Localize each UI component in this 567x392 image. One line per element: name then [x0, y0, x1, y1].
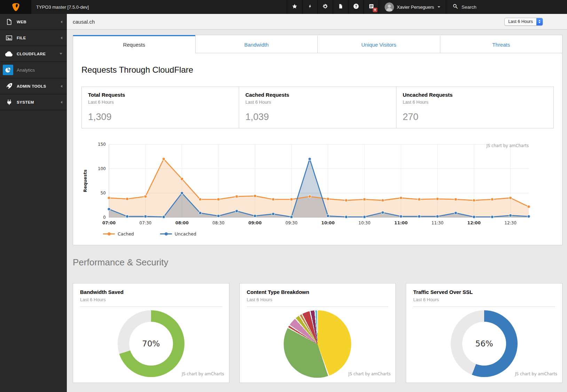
- legend-label: Cached: [118, 231, 134, 237]
- svg-text:08:30: 08:30: [212, 221, 225, 225]
- card-period: Last 6 Hours: [413, 297, 555, 302]
- performance-cards: Bandwidth Saved Last 6 Hours 70% JS char…: [73, 283, 562, 383]
- amcharts-credit: JS chart by amCharts: [348, 371, 391, 376]
- stat-title: Total Requests: [88, 92, 233, 98]
- svg-text:08:00: 08:00: [175, 221, 189, 225]
- bolt-icon: [308, 3, 313, 11]
- content-type-pie: [284, 310, 351, 378]
- sidebar-item-web[interactable]: WEB: [0, 14, 67, 30]
- stat-value: 1,309: [88, 112, 233, 122]
- legend-item-uncached[interactable]: Uncached: [160, 231, 196, 237]
- amcharts-credit: JS chart by amCharts: [182, 371, 224, 376]
- sidebar-item-analytics[interactable]: Analytics: [0, 62, 67, 78]
- image-icon: [5, 34, 14, 41]
- tab-requests[interactable]: Requests: [73, 35, 195, 53]
- chevron-left-icon: [61, 85, 62, 88]
- donut-percentage: 56%: [475, 339, 493, 348]
- sidebar-item-system[interactable]: SYSTEM: [0, 94, 67, 110]
- chevron-down-icon: [60, 53, 62, 55]
- donut-percentage: 70%: [142, 339, 160, 348]
- svg-text:50: 50: [101, 191, 106, 195]
- requests-chart: 05010015007:0007:3008:0008:3009:0009:301…: [81, 141, 537, 229]
- time-range-select[interactable]: Last 6 Hours: [504, 18, 543, 26]
- chevron-down-icon: [438, 6, 440, 8]
- card-title: Content Type Breakdown: [247, 289, 389, 295]
- search-label: Search: [462, 5, 477, 10]
- content-type-card: Content Type Breakdown Last 6 Hours JS c…: [239, 283, 396, 383]
- help-icon: ?: [353, 3, 359, 11]
- stat-period: Last 6 Hours: [403, 99, 547, 105]
- svg-text:07:30: 07:30: [140, 221, 152, 225]
- stat-title: Uncached Requests: [403, 92, 547, 98]
- module-menu: WEB FILE CLOUDFLARE: [0, 14, 67, 392]
- svg-text:100: 100: [98, 166, 106, 171]
- star-icon: [292, 3, 298, 11]
- sidebar-item-label: FILE: [17, 36, 61, 40]
- svg-text:12:00: 12:00: [467, 221, 481, 225]
- time-range-value: Last 6 Hours: [505, 19, 536, 24]
- card-period: Last 6 Hours: [247, 297, 389, 302]
- requests-chart-area: 05010015007:0007:3008:0008:3009:0009:301…: [81, 141, 554, 237]
- document-button[interactable]: [333, 0, 348, 14]
- card-title: Bandwidth Saved: [80, 289, 222, 295]
- svg-text:09:00: 09:00: [248, 221, 261, 225]
- help-button[interactable]: ?: [348, 0, 363, 14]
- line-dot-swatch-icon: [160, 232, 172, 235]
- tab-threats[interactable]: Threats: [440, 35, 562, 53]
- analytics-panel: Requests Bandwidth Unique Visitors Threa…: [73, 35, 562, 245]
- ssl-traffic-donut: 56%: [451, 310, 518, 377]
- select-stepper-icon: [536, 18, 543, 25]
- sidebar-item-file[interactable]: FILE: [0, 30, 67, 46]
- page-title: causal.ch: [73, 19, 95, 25]
- cloud-icon: [5, 51, 14, 57]
- topbar: TYPO3 master [7.5.0-dev] ?: [0, 0, 567, 14]
- chart-legend: Cached Uncached: [81, 231, 554, 237]
- avatar: [385, 2, 394, 12]
- tab-bandwidth[interactable]: Bandwidth: [195, 35, 318, 53]
- document-icon: [338, 3, 343, 11]
- svg-text:Requests: Requests: [82, 169, 88, 192]
- chevron-left-icon: [61, 21, 62, 23]
- stats-row: Total Requests Last 6 Hours 1,309 Cached…: [81, 87, 554, 128]
- line-dot-swatch-icon: [103, 232, 115, 235]
- svg-text:10:00: 10:00: [321, 221, 334, 225]
- chevron-left-icon: [61, 101, 62, 104]
- svg-text:11:30: 11:30: [432, 221, 444, 225]
- svg-text:150: 150: [98, 142, 106, 147]
- sidebar-item-label: SYSTEM: [17, 100, 61, 104]
- sidebar-item-label: WEB: [17, 20, 61, 24]
- svg-text:09:30: 09:30: [285, 221, 298, 225]
- sidebar-item-cloudflare[interactable]: CLOUDFLARE: [0, 46, 67, 62]
- ssl-traffic-card: Traffic Served Over SSL Last 6 Hours 56%…: [406, 283, 562, 383]
- settings-button[interactable]: [317, 0, 333, 14]
- typo3-logo-icon: [11, 2, 21, 12]
- opendocs-badge: 9: [373, 8, 377, 12]
- user-menu[interactable]: Xavier Perseguers: [379, 0, 446, 14]
- legend-item-cached[interactable]: Cached: [103, 231, 134, 237]
- stat-period: Last 6 Hours: [88, 99, 233, 105]
- amcharts-credit: JS chart by amCharts: [515, 371, 557, 376]
- sidebar-item-admin-tools[interactable]: ADMIN TOOLS: [0, 78, 67, 94]
- doc-header: causal.ch Last 6 Hours: [67, 14, 567, 30]
- typo3-backend: TYPO3 master [7.5.0-dev] ?: [0, 0, 567, 392]
- sidebar-item-label: CLOUDFLARE: [17, 52, 60, 56]
- section-heading: Performance & Security: [73, 257, 562, 268]
- rocket-icon: [5, 82, 14, 90]
- svg-text:10:30: 10:30: [359, 221, 371, 225]
- svg-text:0: 0: [103, 215, 106, 220]
- stat-title: Cached Requests: [245, 92, 390, 98]
- sidebar-item-label: ADMIN TOOLS: [17, 84, 61, 88]
- plug-icon: [5, 98, 14, 106]
- clear-cache-button[interactable]: [302, 0, 317, 14]
- svg-text:07:00: 07:00: [102, 221, 116, 225]
- bookmark-button[interactable]: [287, 0, 302, 14]
- tab-unique-visitors[interactable]: Unique Visitors: [317, 35, 440, 53]
- search-bar[interactable]: Search: [446, 0, 567, 14]
- site-title: TYPO3 master [7.5.0-dev]: [31, 0, 94, 14]
- sidebar-item-label: Analytics: [17, 67, 35, 73]
- typo3-logo[interactable]: [0, 0, 31, 14]
- opendocs-button[interactable]: 9: [363, 0, 379, 14]
- svg-text:12:30: 12:30: [504, 221, 517, 225]
- stat-value: 270: [403, 112, 547, 122]
- legend-label: Uncached: [175, 231, 196, 237]
